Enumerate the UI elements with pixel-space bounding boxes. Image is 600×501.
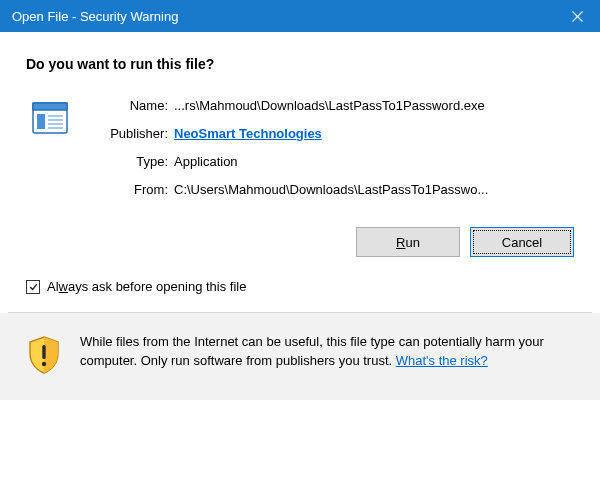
shield-warning-icon (26, 335, 62, 378)
from-value: C:\Users\Mahmoud\Downloads\LastPassTo1Pa… (174, 182, 574, 197)
from-label: From: (94, 182, 168, 197)
cancel-button[interactable]: Cancel (470, 227, 574, 257)
heading: Do you want to run this file? (26, 56, 574, 72)
checkmark-icon (28, 282, 39, 292)
svg-point-8 (42, 362, 46, 366)
window-title: Open File - Security Warning (12, 9, 178, 24)
titlebar: Open File - Security Warning (0, 0, 600, 32)
file-info-row: Name: ...rs\Mahmoud\Downloads\LastPassTo… (26, 98, 574, 197)
run-button[interactable]: Run (356, 227, 460, 257)
close-icon (572, 11, 583, 22)
name-label: Name: (94, 98, 168, 113)
file-details: Name: ...rs\Mahmoud\Downloads\LastPassTo… (94, 98, 574, 197)
publisher-link[interactable]: NeoSmart Technologies (174, 126, 322, 141)
footer-text: While files from the Internet can be use… (80, 333, 574, 371)
whats-the-risk-link[interactable]: What's the risk? (396, 353, 488, 368)
dialog-body: Do you want to run this file? Name: ...r… (0, 32, 600, 197)
application-icon (30, 98, 70, 141)
footer: While files from the Internet can be use… (0, 313, 600, 400)
always-ask-checkbox[interactable] (26, 280, 40, 294)
svg-rect-7 (42, 345, 45, 359)
publisher-label: Publisher: (94, 126, 168, 141)
type-label: Type: (94, 154, 168, 169)
button-row: Run Cancel (0, 227, 574, 257)
always-ask-row: Always ask before opening this file (26, 279, 600, 294)
type-value: Application (174, 154, 574, 169)
name-value: ...rs\Mahmoud\Downloads\LastPassTo1Passw… (174, 98, 574, 113)
always-ask-label[interactable]: Always ask before opening this file (47, 279, 246, 294)
close-button[interactable] (554, 0, 600, 32)
svg-rect-2 (37, 114, 45, 129)
svg-rect-1 (33, 103, 67, 110)
